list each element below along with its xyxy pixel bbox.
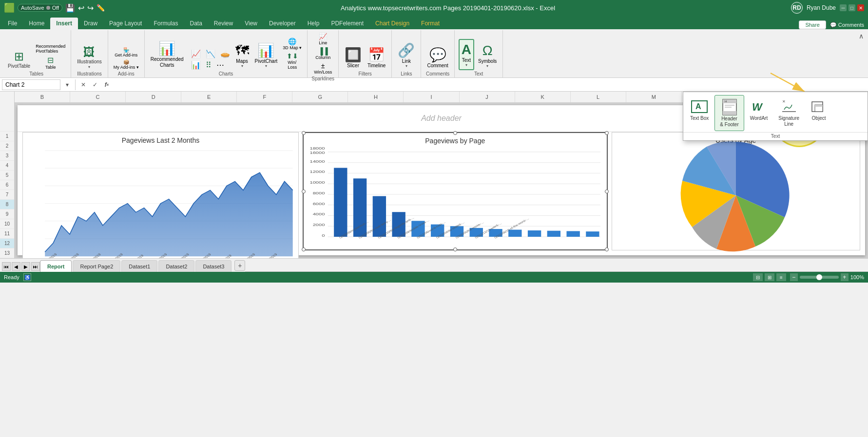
symbols-button[interactable]: Ω Symbols ▾	[476, 41, 499, 70]
tab-pdfelement[interactable]: PDFelement	[325, 18, 369, 29]
pivotchart-button[interactable]: 📊 PivotChart ▾	[253, 40, 280, 70]
zoom-out-button[interactable]: −	[790, 273, 798, 281]
sheet-tab-dataset3[interactable]: Dataset3	[195, 260, 231, 272]
winloss-sparkline-button[interactable]: ±Win/Loss	[312, 61, 333, 75]
handle-bm[interactable]	[453, 247, 457, 251]
tab-file[interactable]: File	[2, 18, 23, 29]
autosave-toggle[interactable]: AutoSave Off	[18, 4, 62, 12]
page-layout-view-button[interactable]: ⊞	[765, 273, 774, 281]
handle-tm[interactable]	[453, 131, 457, 135]
normal-view-button[interactable]: ⊟	[753, 273, 763, 281]
row-num-11[interactable]: 11	[0, 229, 14, 239]
col-header-h[interactable]: H	[348, 92, 404, 102]
row-num-13[interactable]: 13	[0, 248, 14, 258]
sheet-tab-dataset2[interactable]: Dataset2	[158, 260, 194, 272]
handle-tl[interactable]	[302, 131, 306, 135]
col-header-b[interactable]: B	[15, 92, 70, 102]
share-button[interactable]: Share	[799, 20, 826, 29]
close-button[interactable]: ✕	[857, 4, 864, 11]
window-controls[interactable]: ─ □ ✕	[840, 4, 864, 11]
object-button[interactable]: Object	[805, 95, 832, 131]
tab-review[interactable]: Review	[208, 18, 239, 29]
user-avatar[interactable]: RD	[791, 2, 803, 14]
tab-developer[interactable]: Developer	[263, 18, 302, 29]
corner-cell[interactable]	[0, 92, 15, 102]
tab-formulas[interactable]: Formulas	[148, 18, 184, 29]
comment-button[interactable]: 💬 Comment	[425, 45, 450, 70]
row-num-5[interactable]: 5	[0, 171, 14, 180]
get-addins-button[interactable]: 🏪 Get Add-ins	[112, 47, 140, 58]
name-box[interactable]	[2, 79, 60, 90]
my-addins-button[interactable]: 📦 My Add-ins ▾	[112, 59, 140, 70]
timeline-button[interactable]: 📅 Timeline	[366, 45, 387, 70]
add-sheet-button[interactable]: +	[234, 260, 245, 271]
maximize-button[interactable]: □	[849, 4, 855, 11]
row-num-12[interactable]: 12	[0, 239, 14, 248]
sheet-nav-last-button[interactable]: ⏭	[31, 262, 40, 271]
row-num-1[interactable]: 1	[0, 132, 14, 141]
illustrations-button[interactable]: 🖼 Illustrations ▾	[75, 45, 104, 70]
sheet-nav-prev-button[interactable]: ◀	[12, 262, 20, 271]
maps-button[interactable]: 🗺 Maps ▾	[233, 40, 251, 70]
win-loss-button[interactable]: ⬆⬇ Win/Loss	[281, 52, 303, 70]
handle-bl[interactable]	[302, 247, 306, 251]
table-button[interactable]: ⊟ Table	[34, 55, 67, 70]
tab-help[interactable]: Help	[302, 18, 326, 29]
col-header-m[interactable]: M	[626, 92, 682, 102]
col-header-c[interactable]: C	[70, 92, 126, 102]
row-num-2[interactable]: 2	[0, 141, 14, 151]
minimize-button[interactable]: ─	[840, 4, 847, 11]
col-header-d[interactable]: D	[126, 92, 181, 102]
redo-button[interactable]: ↪	[87, 3, 94, 13]
more-charts-button[interactable]: ⋯	[215, 60, 226, 70]
chart2-container[interactable]: Pageviews by Page 0 2000 4000 6000 8000 …	[303, 132, 608, 250]
tab-insert[interactable]: Insert	[50, 18, 78, 29]
word-art-button[interactable]: W WordArt	[745, 95, 773, 131]
pivot-table-button[interactable]: ⊞ PivotTable	[6, 50, 32, 70]
column-chart-button[interactable]: 📈	[190, 49, 202, 59]
tab-draw[interactable]: Draw	[78, 18, 103, 29]
bar-chart-button[interactable]: 📊	[190, 60, 202, 70]
recommended-charts-button[interactable]: 📊 RecommendedCharts	[149, 38, 186, 70]
column-sparkline-button[interactable]: ▐▐Column	[312, 47, 333, 60]
sheet-tab-report-page2[interactable]: Report Page2	[73, 260, 120, 272]
handle-br[interactable]	[605, 247, 609, 251]
tab-format[interactable]: Format	[415, 18, 445, 29]
3dmap-button[interactable]: 🌐 3D Map ▾	[281, 37, 303, 51]
link-button[interactable]: 🔗 Link ▾	[396, 40, 417, 70]
sheet-tab-dataset1[interactable]: Dataset1	[121, 260, 157, 272]
handle-ml[interactable]	[302, 190, 306, 193]
zoom-slider[interactable]	[800, 276, 839, 279]
col-header-k[interactable]: K	[515, 92, 571, 102]
row-num-7[interactable]: 7	[0, 190, 14, 200]
tab-home[interactable]: Home	[23, 18, 50, 29]
header-footer-button[interactable]: H Header& Footer	[714, 95, 744, 131]
sheet-nav-first-button[interactable]: ⏮	[2, 262, 11, 271]
pie-chart-button[interactable]: 🥧	[219, 49, 231, 59]
chart3-container[interactable]: Users by Age	[612, 132, 861, 250]
tab-page-layout[interactable]: Page Layout	[103, 18, 148, 29]
comments-button[interactable]: 💬 Comments	[830, 22, 864, 28]
zoom-slider-handle[interactable]	[816, 274, 822, 280]
handle-tr[interactable]	[605, 131, 609, 135]
tab-data[interactable]: Data	[184, 18, 208, 29]
ribbon-collapse-button[interactable]: ∧	[856, 31, 866, 41]
line-chart-button[interactable]: 📉	[204, 49, 217, 59]
sheet-tab-report[interactable]: Report	[40, 260, 72, 272]
col-header-l[interactable]: L	[571, 92, 626, 102]
signature-line-button[interactable]: ✕ SignatureLine	[773, 95, 804, 131]
row-num-10[interactable]: 10	[0, 219, 14, 229]
col-header-j[interactable]: J	[460, 92, 515, 102]
col-header-f[interactable]: F	[237, 92, 292, 102]
row-num-3[interactable]: 3	[0, 151, 14, 161]
col-header-g[interactable]: G	[292, 92, 348, 102]
row-num-8[interactable]: 8	[0, 200, 14, 209]
zoom-in-button[interactable]: +	[841, 273, 849, 281]
page-break-view-button[interactable]: ≡	[776, 273, 786, 281]
row-num-6[interactable]: 6	[0, 180, 14, 190]
tab-view[interactable]: View	[239, 18, 263, 29]
text-box-button[interactable]: A Text Box	[685, 95, 714, 131]
chart1-container[interactable]: Pageviews Last 2 Months	[22, 132, 299, 258]
text-button[interactable]: A Text ▾	[459, 39, 474, 70]
customize-button[interactable]: ✏️	[96, 4, 105, 12]
